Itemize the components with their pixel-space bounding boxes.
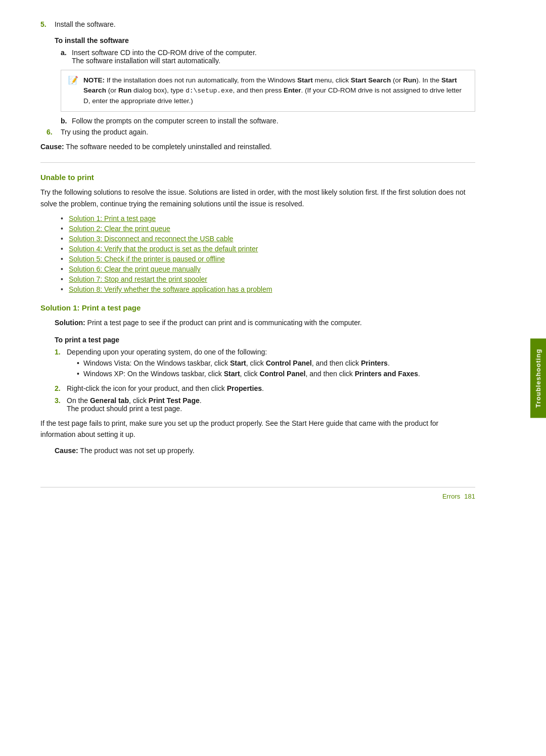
page-content: 5. Install the software. To install the …: [0, 0, 516, 530]
step-6-text: Try using the product again.: [61, 128, 148, 136]
footer-bar: Errors 181: [40, 487, 475, 500]
step-a: a. Insert software CD into the CD-ROM dr…: [61, 49, 475, 65]
cause-line-1: Cause: The software needed to be complet…: [40, 141, 475, 152]
note-icon: 📝: [68, 75, 78, 106]
note-label: NOTE:: [83, 76, 105, 84]
step-3-num: 3.: [55, 396, 63, 413]
bullet-dot: •: [61, 214, 65, 223]
list-item: • Solution 2: Clear the print queue: [61, 225, 475, 233]
bullet-dot: •: [61, 225, 65, 233]
troubleshooting-tab[interactable]: Troubleshooting: [530, 338, 546, 418]
list-item: • Solution 3: Disconnect and reconnect t…: [61, 235, 475, 243]
step-3-content: On the General tab, click Print Test Pag…: [67, 396, 202, 413]
note-content: NOTE: If the installation does not run a…: [83, 75, 468, 106]
procedure-step-1: 1. Depending upon your operating system,…: [55, 348, 475, 380]
step-6-number: 6.: [47, 128, 57, 136]
step-5-number: 5.: [40, 20, 51, 28]
bullet-dot: •: [61, 255, 65, 263]
solution-link-8[interactable]: Solution 8: Verify whether the software …: [69, 285, 272, 293]
step-1-num: 1.: [55, 348, 63, 380]
solution-link-1[interactable]: Solution 1: Print a test page: [69, 214, 156, 223]
print-test-page-heading: To print a test page: [55, 336, 475, 344]
solution-1-footer-note: If the test page fails to print, make su…: [40, 418, 475, 440]
install-software-heading: To install the software: [55, 36, 475, 45]
list-item: • Solution 7: Stop and restart the print…: [61, 275, 475, 283]
list-item: • Solution 5: Check if the printer is pa…: [61, 255, 475, 263]
list-item: • Solution 8: Verify whether the softwar…: [61, 285, 475, 293]
cause-text-content-1: The software needed to be completely uni…: [66, 143, 271, 151]
bullet-dot: •: [61, 265, 65, 273]
step-a-text: Insert software CD into the CD-ROM drive…: [72, 49, 257, 65]
cause-line-2: Cause: The product was not set up proper…: [55, 445, 475, 456]
nested-bullet-list: • Windows Vista: On the Windows taskbar,…: [77, 359, 420, 378]
note-text: If the installation does not run automat…: [83, 76, 462, 105]
solution-link-3[interactable]: Solution 3: Disconnect and reconnect the…: [69, 235, 233, 243]
nested-text-2: Windows XP: On the Windows taskbar, clic…: [83, 370, 420, 378]
nested-item-2: • Windows XP: On the Windows taskbar, cl…: [77, 370, 420, 378]
footer-text: Errors: [442, 493, 460, 500]
nested-text-1: Windows Vista: On the Windows taskbar, c…: [83, 359, 390, 367]
bullet-dot: •: [61, 245, 65, 253]
step-1-content: Depending upon your operating system, do…: [67, 348, 420, 380]
procedure-step-3: 3. On the General tab, click Print Test …: [55, 396, 475, 413]
step-6: 6. Try using the product again.: [47, 128, 475, 136]
solution-link-7[interactable]: Solution 7: Stop and restart the print s…: [69, 275, 207, 283]
note-box: 📝 NOTE: If the installation does not run…: [61, 70, 475, 112]
list-item: • Solution 4: Verify that the product is…: [61, 245, 475, 253]
step-b: b. Follow the prompts on the computer sc…: [61, 117, 475, 125]
nested-item-1: • Windows Vista: On the Windows taskbar,…: [77, 359, 420, 367]
unable-to-print-intro: Try the following solutions to resolve t…: [40, 187, 475, 209]
solution-link-6[interactable]: Solution 6: Clear the print queue manual…: [69, 265, 201, 273]
list-item: • Solution 6: Clear the print queue manu…: [61, 265, 475, 273]
procedure-step-2: 2. Right-click the icon for your product…: [55, 384, 475, 392]
step-5: 5. Install the software.: [40, 20, 475, 28]
step-3-text: On the General tab, click Print Test Pag…: [67, 396, 202, 405]
step-b-text: Follow the prompts on the computer scree…: [72, 117, 279, 125]
footer-page-number: 181: [464, 493, 475, 500]
step-a-label: a.: [61, 49, 68, 65]
solution-link-4[interactable]: Solution 4: Verify that the product is s…: [69, 245, 258, 253]
step-5-text: Install the software.: [55, 20, 116, 28]
step-b-label: b.: [61, 117, 68, 125]
solution-1-label: Solution:: [55, 319, 85, 327]
solution-1-text: Print a test page to see if the product …: [87, 319, 362, 327]
step-3-sub: The product should print a test page.: [67, 405, 182, 413]
step-2-num: 2.: [55, 384, 63, 392]
solution-1-block: Solution: Print a test page to see if th…: [55, 317, 475, 328]
solution-link-5[interactable]: Solution 5: Check if the printer is paus…: [69, 255, 225, 263]
solution-link-2[interactable]: Solution 2: Clear the print queue: [69, 225, 170, 233]
cause-text-content-2: The product was not set up properly.: [80, 447, 194, 455]
list-item: • Solution 1: Print a test page: [61, 214, 475, 223]
solution-1-heading: Solution 1: Print a test page: [40, 303, 475, 312]
bullet-dot: •: [61, 235, 65, 243]
divider-1: [40, 162, 475, 163]
step-2-text: Right-click the icon for your product, a…: [67, 384, 264, 392]
solution-list: • Solution 1: Print a test page • Soluti…: [61, 214, 475, 293]
unable-to-print-heading: Unable to print: [40, 173, 475, 182]
nested-dot-2: •: [77, 370, 79, 378]
bullet-dot: •: [61, 275, 65, 283]
cause-label-1: Cause:: [40, 143, 64, 151]
bullet-dot: •: [61, 285, 65, 293]
nested-dot-1: •: [77, 359, 79, 367]
cause-label-2: Cause:: [55, 447, 78, 455]
